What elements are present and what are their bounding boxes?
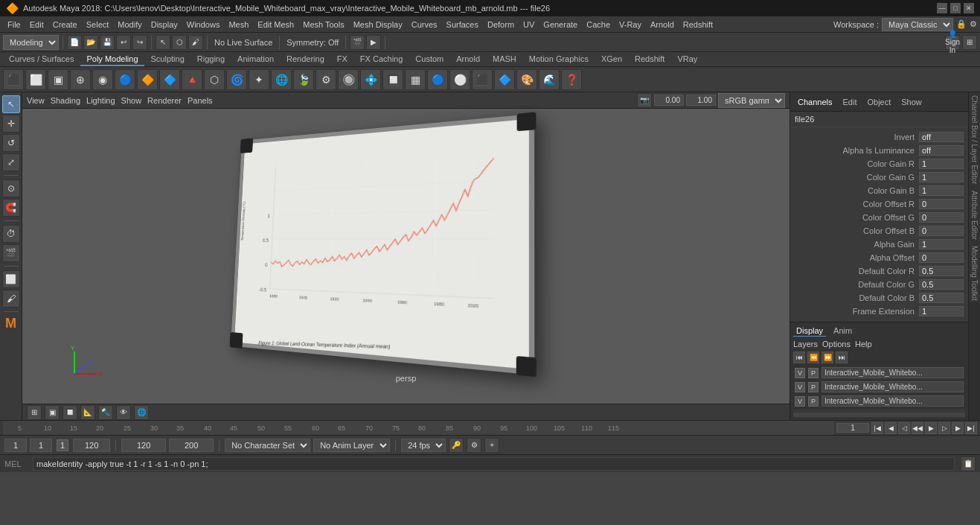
go-end-button[interactable]: ▶|	[965, 422, 977, 434]
menu-display[interactable]: Display	[147, 19, 182, 31]
modelling-toolkit-tab[interactable]: Modelling Toolkit	[969, 243, 980, 304]
vp-toolbar-btn6[interactable]: 👁	[116, 405, 131, 420]
shelf-tab-curves[interactable]: Curves / Surfaces	[3, 53, 80, 66]
shelf-icon-13[interactable]: 🌐	[271, 69, 292, 90]
gamma-select[interactable]: sRGB gamma	[718, 93, 785, 108]
display-tab[interactable]: Display	[793, 325, 826, 337]
attribute-editor-tab[interactable]: Attribute Editor	[969, 188, 980, 243]
menu-select[interactable]: Select	[82, 19, 114, 31]
workspace-dropdown[interactable]: Maya Classic	[882, 18, 953, 31]
menu-uv[interactable]: UV	[519, 19, 539, 31]
layer-v-2[interactable]: V	[795, 396, 805, 407]
menu-generate[interactable]: Generate	[539, 19, 582, 31]
layer-name-2[interactable]: Interactive_Mobile_Whitebo...	[822, 395, 964, 407]
help-label[interactable]: Help	[855, 340, 872, 349]
menu-mesh[interactable]: Mesh	[224, 19, 253, 31]
playback-end-field[interactable]	[169, 439, 214, 452]
shelf-icon-7[interactable]: 🔶	[137, 69, 158, 90]
paint-effects[interactable]: 🖌	[2, 290, 20, 308]
menu-deform[interactable]: Deform	[483, 19, 519, 31]
close-button[interactable]: ✕	[964, 3, 974, 13]
open-button[interactable]: 📂	[83, 35, 98, 50]
timeline-ruler[interactable]: 5 10 15 20 25 30 35 40 45 50 55 60 65 70…	[3, 421, 834, 435]
shelf-icon-20[interactable]: 🔵	[427, 69, 448, 90]
layer-back-btn[interactable]: ⏪	[807, 351, 819, 363]
menu-create[interactable]: Create	[48, 19, 82, 31]
view-menu[interactable]: View	[27, 96, 45, 105]
layer-p-1[interactable]: P	[808, 382, 819, 392]
shelf-icon-25[interactable]: 🌊	[539, 69, 560, 90]
show-menu[interactable]: Show	[121, 96, 142, 105]
move-tool[interactable]: ✛	[2, 115, 20, 133]
object-tab[interactable]: Object	[864, 96, 894, 108]
history-button[interactable]: ⏱	[2, 225, 20, 243]
menu-mesh-tools[interactable]: Mesh Tools	[298, 19, 348, 31]
menu-surfaces[interactable]: Surfaces	[442, 19, 483, 31]
frame-current-start-field[interactable]	[30, 439, 52, 452]
layer-next-btn[interactable]: ⏩	[822, 351, 833, 363]
shelf-tab-animation[interactable]: Animation	[231, 53, 280, 66]
viewport-content[interactable]: -0.5 0 0.5 1 1880 1900 1920 1940 1960 19…	[22, 109, 790, 404]
minimize-button[interactable]: —	[937, 3, 947, 13]
layer-prev-btn[interactable]: ⏮	[793, 351, 805, 363]
character-set-select[interactable]: No Character Set	[225, 439, 310, 452]
layer-p-0[interactable]: P	[808, 368, 819, 378]
shelf-icon-24[interactable]: 🎨	[516, 69, 537, 90]
vp-toolbar-btn7[interactable]: 🌐	[134, 405, 149, 420]
vp-toolbar-btn5[interactable]: 🔦	[98, 405, 113, 420]
menu-cache[interactable]: Cache	[582, 19, 615, 31]
shelf-tab-fx[interactable]: FX	[331, 53, 353, 66]
next-key-button[interactable]: ▷	[938, 422, 950, 434]
shelf-icon-17[interactable]: 💠	[360, 69, 381, 90]
play-back-button[interactable]: ◀◀	[912, 422, 923, 434]
settings-icon[interactable]: ⚙	[970, 19, 977, 29]
prev-frame-button[interactable]: ◀	[885, 422, 897, 434]
vp-toolbar-btn4[interactable]: 📐	[80, 405, 95, 420]
paint-button[interactable]: 🖌	[188, 35, 203, 50]
frame-start-field[interactable]	[4, 439, 27, 452]
select-tool-button[interactable]: ↖	[156, 35, 170, 50]
rotate-tool[interactable]: ↺	[2, 134, 20, 152]
shelf-icon-18[interactable]: 🔲	[382, 69, 403, 90]
shelf-icon-4[interactable]: ⊕	[70, 69, 91, 90]
layer-scrollbar[interactable]	[793, 410, 965, 417]
layer-end-btn[interactable]: ⏭	[836, 351, 848, 363]
menu-arnold[interactable]: Arnold	[646, 19, 679, 31]
shelf-icon-21[interactable]: ⚪	[449, 69, 470, 90]
maximize-button[interactable]: □	[950, 3, 961, 13]
layer-p-2[interactable]: P	[808, 396, 819, 407]
lasso-button[interactable]: ⬡	[172, 35, 187, 50]
edit-tab[interactable]: Edit	[839, 96, 859, 108]
scale-tool[interactable]: ⤢	[2, 153, 20, 171]
panels-menu[interactable]: Panels	[188, 96, 213, 105]
vp-toolbar-btn1[interactable]: ⊞	[27, 405, 42, 420]
script-editor-button[interactable]: 📋	[961, 456, 976, 471]
shelf-icon-19[interactable]: ▦	[405, 69, 426, 90]
vp-camera-icon[interactable]: 📷	[637, 93, 652, 108]
shelf-tab-rendering[interactable]: Rendering	[281, 53, 330, 66]
shelf-tab-xgen[interactable]: XGen	[595, 53, 628, 66]
layer-v-0[interactable]: V	[795, 368, 805, 378]
anim-tab[interactable]: Anim	[830, 325, 855, 337]
menu-mesh-display[interactable]: Mesh Display	[349, 19, 407, 31]
playback-start-field[interactable]	[121, 439, 166, 452]
new-scene-button[interactable]: 📄	[67, 35, 82, 50]
options-label[interactable]: Options	[822, 340, 851, 349]
layer-name-1[interactable]: Interactive_Mobile_Whitebo...	[822, 381, 964, 392]
menu-edit[interactable]: Edit	[25, 19, 48, 31]
menu-windows[interactable]: Windows	[182, 19, 225, 31]
menu-edit-mesh[interactable]: Edit Mesh	[253, 19, 298, 31]
ipr-button[interactable]: ▶	[366, 35, 381, 50]
vp-toolbar-btn2[interactable]: ▣	[45, 405, 60, 420]
command-input[interactable]	[33, 457, 955, 471]
menu-vray[interactable]: V-Ray	[615, 19, 646, 31]
select-tool[interactable]: ↖	[2, 95, 20, 113]
layer-name-0[interactable]: Interactive_Mobile_Whitebo...	[822, 367, 964, 378]
frame-end-field[interactable]	[73, 439, 110, 452]
channel-box-tab[interactable]: Channel Box / Layer Editor	[969, 92, 980, 188]
show-tab[interactable]: Show	[898, 96, 925, 108]
extra-button[interactable]: +	[484, 438, 499, 453]
shelf-tab-fxcaching[interactable]: FX Caching	[354, 53, 409, 66]
shelf-icon-1[interactable]: ⬛	[3, 69, 24, 90]
menu-redshift[interactable]: Redshift	[679, 19, 717, 31]
